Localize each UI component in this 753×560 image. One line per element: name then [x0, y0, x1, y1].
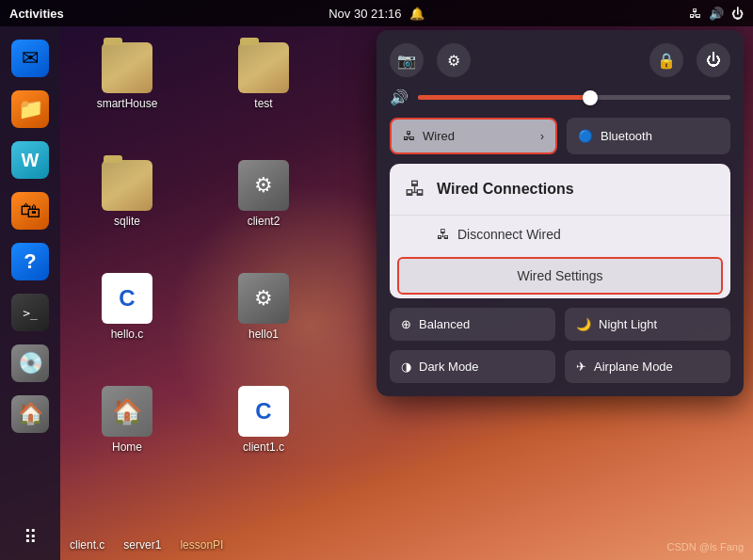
email-icon: ✉ — [11, 40, 49, 77]
bottom-toggles: ⊕ Balanced 🌙 Night Light ◑ Dark Mode ✈ A… — [390, 308, 730, 383]
volume-row: 🔊 — [390, 88, 730, 106]
desktop-icon-sqlite[interactable]: sqlite — [89, 160, 165, 228]
desktop-icon-test[interactable]: test — [226, 42, 301, 110]
client1-c-icon: C — [238, 386, 289, 437]
volume-slider[interactable] — [418, 95, 730, 100]
sidebar-item-files[interactable]: 📁 — [8, 87, 53, 132]
wired-connections-header: 🖧 Wired Connections — [390, 164, 730, 216]
sidebar-item-software[interactable]: 🛍 — [8, 188, 53, 233]
wired-settings-label: Wired Settings — [517, 268, 602, 283]
panel-top-row: 📷 ⚙ 🔒 ⏻ — [390, 43, 730, 77]
sqlite-label: sqlite — [114, 215, 140, 228]
airplane-mode-label: Airplane Mode — [594, 360, 673, 374]
wired-connections-icon: 🖧 — [405, 177, 425, 201]
home-desktop-icon: 🏠 — [102, 386, 152, 437]
wired-toggle[interactable]: 🖧 Wired › — [390, 118, 557, 154]
taskbar-bottom: client.c server1 lessonPI — [60, 530, 753, 560]
bluetooth-toggle-label: Bluetooth — [601, 129, 652, 143]
sidebar-item-help[interactable]: ? — [8, 239, 53, 284]
balanced-toggle[interactable]: ⊕ Balanced — [390, 308, 555, 341]
wired-chevron-icon: › — [540, 130, 544, 143]
network-status-icon[interactable]: 🖧 — [689, 7, 701, 21]
lock-button[interactable]: 🔒 — [649, 43, 683, 77]
sidebar-item-terminal[interactable]: >_ — [8, 290, 53, 335]
sqlite-icon — [102, 160, 152, 211]
client2-label: client2 — [248, 215, 280, 228]
files-icon: 📁 — [11, 90, 49, 128]
airplane-mode-toggle[interactable]: ✈ Airplane Mode — [565, 350, 730, 383]
volume-icon: 🔊 — [390, 88, 409, 106]
taskbar-item-server1[interactable]: server1 — [123, 538, 161, 552]
volume-fill — [418, 95, 590, 100]
taskbar-item-client-c[interactable]: client.c — [70, 538, 104, 552]
wired-toggle-label: Wired — [423, 129, 455, 143]
watermark: CSDN @ls Fang — [667, 541, 744, 552]
night-light-icon: 🌙 — [576, 317, 591, 331]
sidebar: ✉ 📁 W 🛍 ? >_ 💿 🏠 ⠿ — [0, 26, 60, 560]
power-button[interactable]: ⏻ — [697, 43, 730, 77]
wired-network-icon: 🖧 — [403, 129, 415, 143]
desktop-icon-smarthouse[interactable]: smartHouse — [89, 42, 165, 110]
sidebar-item-apps[interactable]: ⠿ — [8, 515, 53, 560]
screenshot-button[interactable]: 📷 — [390, 43, 424, 77]
desktop-icon-client2[interactable]: ⚙ client2 — [226, 160, 301, 228]
disconnect-icon: 🖧 — [437, 227, 450, 242]
topbar-datetime: Nov 30 21:16 🔔 — [328, 7, 424, 21]
dark-mode-toggle[interactable]: ◑ Dark Mode — [390, 350, 555, 383]
airplane-icon: ✈ — [576, 360, 586, 374]
network-toggle-row: 🖧 Wired › 🔵 Bluetooth — [390, 118, 730, 154]
lock-icon: 🔒 — [657, 52, 676, 70]
hello-c-icon: C — [102, 273, 152, 324]
power-topbar-icon[interactable]: ⏻ — [731, 7, 744, 21]
hello1-icon: ⚙ — [238, 273, 289, 324]
taskbar-item-lessonpi[interactable]: lessonPI — [180, 538, 223, 552]
topbar: Activities Nov 30 21:16 🔔 🖧 🔊 ⏻ — [0, 0, 753, 26]
help-icon: ? — [11, 243, 49, 280]
bluetooth-icon: 🔵 — [578, 129, 593, 143]
volume-thumb[interactable] — [583, 90, 598, 105]
night-light-label: Night Light — [599, 317, 657, 331]
writer-icon: W — [11, 141, 49, 179]
screenshot-icon: 📷 — [397, 52, 416, 70]
bluetooth-toggle[interactable]: 🔵 Bluetooth — [567, 118, 730, 154]
smarthouse-label: smartHouse — [97, 97, 158, 110]
night-light-toggle[interactable]: 🌙 Night Light — [565, 308, 730, 341]
sidebar-item-email[interactable]: ✉ — [8, 36, 53, 81]
sidebar-item-home[interactable]: 🏠 — [8, 392, 53, 437]
desktop-icon-hello1[interactable]: ⚙ hello1 — [226, 273, 301, 341]
hello1-label: hello1 — [248, 328, 279, 341]
software-icon: 🛍 — [11, 192, 49, 230]
smarthouse-icon — [102, 42, 152, 93]
settings-icon: ⚙ — [447, 52, 460, 70]
desktop-icon-hello-c[interactable]: C hello.c — [89, 273, 165, 341]
desktop-icon-home[interactable]: 🏠 Home — [89, 386, 165, 454]
desktop-icon-client1-c[interactable]: C client1.c — [226, 386, 301, 454]
home-icon: 🏠 — [11, 395, 49, 433]
power-icon: ⏻ — [706, 52, 721, 69]
sidebar-item-writer[interactable]: W — [8, 137, 53, 183]
dark-mode-label: Dark Mode — [419, 360, 479, 374]
topbar-system-icons: 🖧 🔊 ⏻ — [689, 7, 744, 21]
volume-topbar-icon[interactable]: 🔊 — [709, 7, 724, 21]
desktop: Activities Nov 30 21:16 🔔 🖧 🔊 ⏻ ✉ 📁 W 🛍 … — [0, 0, 753, 560]
panel-top-icons: 📷 ⚙ — [390, 43, 471, 77]
quick-settings-panel: 📷 ⚙ 🔒 ⏻ 🔊 — [376, 30, 744, 396]
optical-icon: 💿 — [11, 344, 49, 382]
home-desktop-label: Home — [112, 440, 142, 454]
wired-connections-title: Wired Connections — [437, 181, 574, 198]
panel-top-right-icons: 🔒 ⏻ — [649, 43, 730, 77]
dark-mode-icon: ◑ — [401, 360, 411, 374]
sidebar-item-optical[interactable]: 💿 — [8, 341, 53, 386]
activities-button[interactable]: Activities — [9, 7, 64, 21]
balanced-label: Balanced — [419, 317, 470, 331]
wired-connections-dropdown: 🖧 Wired Connections 🖧 Disconnect Wired W… — [390, 164, 730, 298]
client2-icon: ⚙ — [238, 160, 289, 211]
client1-c-label: client1.c — [243, 440, 284, 454]
settings-button[interactable]: ⚙ — [437, 43, 471, 77]
test-icon — [238, 42, 289, 93]
terminal-icon: >_ — [11, 294, 49, 331]
disconnect-wired-item[interactable]: 🖧 Disconnect Wired — [390, 216, 730, 253]
apps-icon: ⠿ — [11, 519, 49, 556]
balanced-icon: ⊕ — [401, 317, 411, 331]
wired-settings-item[interactable]: Wired Settings — [397, 257, 723, 295]
